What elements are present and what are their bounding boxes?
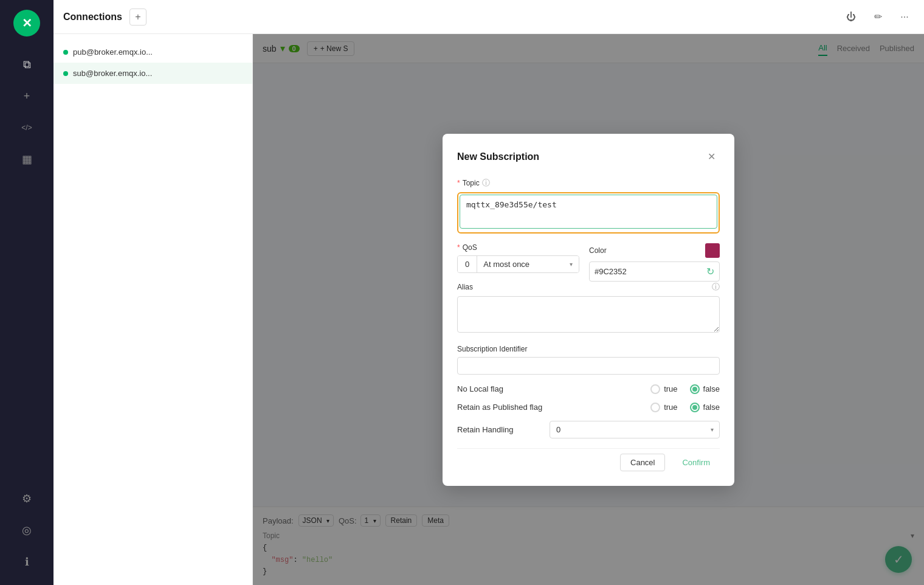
- topbar-actions: ⏻ ✏ ···: [841, 7, 914, 27]
- retain-published-label: Retain as Published flag: [457, 403, 542, 412]
- cancel-button[interactable]: Cancel: [620, 454, 665, 471]
- retain-published-true-option[interactable]: true: [650, 403, 677, 412]
- modal-close-button[interactable]: ✕: [703, 148, 720, 165]
- qos-number: 0: [458, 256, 477, 272]
- copy-icon: ⧉: [23, 58, 31, 71]
- modal-header: New Subscription ✕: [457, 148, 720, 165]
- retain-published-options: true false: [650, 403, 720, 412]
- add-connection-button[interactable]: +: [129, 9, 147, 26]
- qos-color-row: * QoS 0 At most once ▾: [457, 243, 720, 282]
- no-local-false-option[interactable]: false: [690, 384, 720, 394]
- sidebar-item-settings[interactable]: ⚙: [13, 485, 40, 512]
- color-field: Color ↻: [589, 243, 720, 282]
- no-local-true-option[interactable]: true: [650, 384, 677, 394]
- topic-input-wrapper: mqttx_89e3d55e/test: [457, 192, 720, 234]
- connection-name: pub@broker.emqx.io...: [73, 47, 153, 57]
- more-icon: ···: [900, 12, 908, 22]
- edit-button[interactable]: ✏: [868, 7, 888, 27]
- required-asterisk: *: [457, 243, 460, 252]
- qos-select[interactable]: 0 At most once ▾: [457, 255, 579, 273]
- connections-list: pub@broker.emqx.io... sub@broker.emqx.io…: [53, 34, 253, 585]
- modal-title: New Subscription: [457, 151, 539, 162]
- alias-label: Alias ⓘ: [457, 282, 720, 292]
- alias-info-icon[interactable]: ⓘ: [712, 282, 720, 292]
- chevron-down-icon: ▾: [570, 261, 573, 268]
- no-local-label: No Local flag: [457, 384, 503, 393]
- confirm-button[interactable]: Confirm: [672, 454, 720, 471]
- connection-name: sub@broker.emqx.io...: [73, 69, 152, 78]
- refresh-icon[interactable]: ↻: [702, 262, 719, 281]
- sub-id-field-group: Subscription Identifier: [457, 345, 720, 375]
- retain-published-true-radio[interactable]: [650, 403, 660, 412]
- right-panel: sub ▾ 0 + + New S All Received Published: [253, 34, 924, 585]
- main-content: Connections + ⏻ ✏ ··· pub@broker.emqx.io…: [53, 0, 924, 585]
- required-asterisk: *: [457, 179, 460, 187]
- sidebar: ✕ ⧉ + </> ▦ ⚙ ◎ ℹ: [0, 0, 53, 585]
- plus-icon: +: [135, 12, 140, 22]
- retain-handling-select-wrapper: 0 1 2 ▾: [550, 421, 720, 438]
- info-icon: ℹ: [25, 555, 29, 569]
- table-icon: ▦: [22, 153, 32, 166]
- no-local-false-label: false: [703, 384, 720, 393]
- connection-status-dot: [63, 71, 68, 76]
- no-local-flag-row: No Local flag true false: [457, 384, 720, 394]
- qos-description[interactable]: At most once ▾: [477, 256, 579, 272]
- retain-published-false-option[interactable]: false: [690, 403, 720, 412]
- edit-icon: ✏: [874, 11, 882, 22]
- retain-handling-row: Retain Handling 0 1 2 ▾: [457, 421, 720, 438]
- sidebar-item-code[interactable]: </>: [13, 114, 40, 141]
- modal-footer: Cancel Confirm: [457, 448, 720, 471]
- retain-published-true-label: true: [664, 403, 677, 412]
- connection-item-pub[interactable]: pub@broker.emqx.io...: [53, 41, 252, 63]
- sidebar-item-add[interactable]: +: [13, 83, 40, 109]
- content-area: pub@broker.emqx.io... sub@broker.emqx.io…: [53, 34, 924, 585]
- sidebar-item-table[interactable]: ▦: [13, 146, 40, 173]
- color-value-input[interactable]: [590, 263, 702, 280]
- topic-input[interactable]: mqttx_89e3d55e/test: [460, 195, 717, 229]
- rss-icon: ◎: [22, 524, 32, 537]
- modal-overlay: New Subscription ✕ * Topic ⓘ mqttx_89e3d…: [253, 34, 924, 585]
- color-label: Color: [589, 243, 720, 258]
- add-icon: +: [24, 90, 30, 103]
- qos-label: * QoS: [457, 243, 579, 252]
- sidebar-item-rss[interactable]: ◎: [13, 517, 40, 544]
- connection-item-sub[interactable]: sub@broker.emqx.io...: [53, 63, 252, 84]
- retain-handling-label: Retain Handling: [457, 425, 514, 434]
- settings-icon: ⚙: [22, 492, 32, 505]
- retain-published-flag-row: Retain as Published flag true false: [457, 403, 720, 412]
- no-local-true-radio[interactable]: [650, 384, 660, 394]
- color-preview[interactable]: [705, 243, 720, 258]
- connection-status-dot: [63, 50, 68, 55]
- power-button[interactable]: ⏻: [841, 7, 861, 27]
- no-local-true-label: true: [664, 384, 677, 393]
- no-local-false-radio[interactable]: [690, 384, 700, 394]
- code-icon: </>: [21, 123, 32, 132]
- topic-field-group: * Topic ⓘ mqttx_89e3d55e/test: [457, 178, 720, 234]
- alias-field-group: Alias ⓘ: [457, 282, 720, 335]
- app-logo[interactable]: ✕: [13, 10, 40, 36]
- alias-input[interactable]: [457, 296, 720, 333]
- more-button[interactable]: ···: [895, 7, 914, 27]
- new-subscription-modal: New Subscription ✕ * Topic ⓘ mqttx_89e3d…: [443, 134, 734, 486]
- sidebar-item-connections[interactable]: ⧉: [13, 51, 40, 78]
- no-local-options: true false: [650, 384, 720, 394]
- retain-published-false-label: false: [703, 403, 720, 412]
- sub-id-label: Subscription Identifier: [457, 345, 720, 353]
- qos-field: * QoS 0 At most once ▾: [457, 243, 579, 273]
- sidebar-item-info[interactable]: ℹ: [13, 549, 40, 575]
- page-title: Connections: [63, 12, 122, 22]
- power-icon: ⏻: [846, 12, 856, 22]
- topbar: Connections + ⏻ ✏ ···: [53, 0, 924, 34]
- subscription-identifier-input[interactable]: [457, 357, 720, 375]
- topic-info-icon[interactable]: ⓘ: [482, 178, 490, 189]
- retain-handling-select[interactable]: 0 1 2: [550, 421, 720, 438]
- color-input-row: ↻: [589, 261, 720, 282]
- retain-published-false-radio[interactable]: [690, 403, 700, 412]
- topic-label: * Topic ⓘ: [457, 178, 720, 189]
